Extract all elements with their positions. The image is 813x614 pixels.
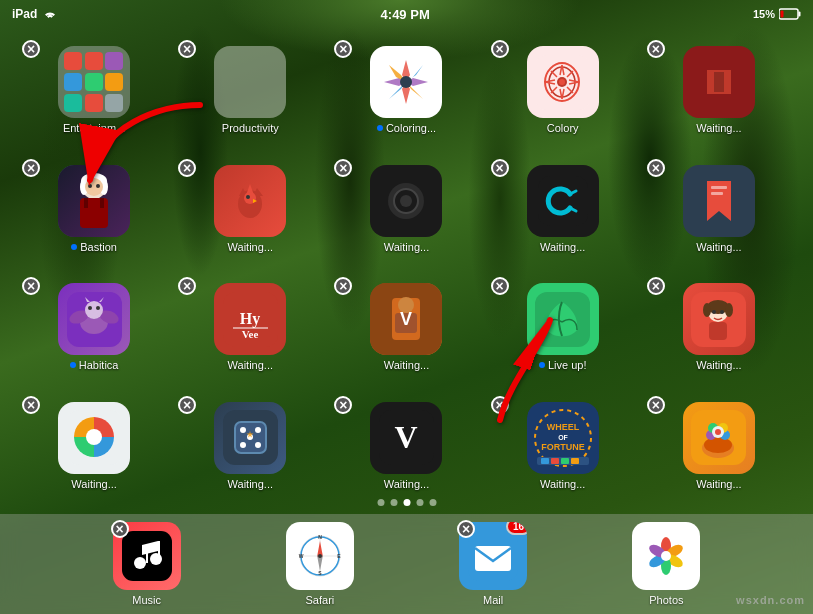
app-label-waiting3: Waiting... xyxy=(384,241,429,254)
dock-item-safari[interactable]: N S E W Safari xyxy=(286,522,354,606)
app-icon-diceellen xyxy=(214,402,286,474)
app-icon-waiting-nintendo xyxy=(683,283,755,355)
svg-text:V: V xyxy=(394,419,417,455)
page-dot-4 xyxy=(416,499,423,506)
dock-item-photos[interactable]: Photos xyxy=(632,522,700,606)
app-label-coloring: Coloring... xyxy=(377,122,436,134)
app-hyvee[interactable]: × Hy Vee Waiting... xyxy=(176,275,324,386)
page-dot-2 xyxy=(390,499,397,506)
dock-label-photos: Photos xyxy=(649,594,683,606)
app-icon-waiting2 xyxy=(214,165,286,237)
app-waiting-c[interactable]: × Waiting... xyxy=(489,157,637,268)
svg-rect-80 xyxy=(561,458,569,464)
app-label-waiting1: Waiting... xyxy=(696,122,741,135)
svg-rect-79 xyxy=(551,458,559,464)
carrier-text: iPad xyxy=(12,7,37,21)
delete-badge-entertainment[interactable]: × xyxy=(22,40,40,58)
dock-item-music[interactable]: × Music xyxy=(113,522,181,606)
status-bar: iPad 4:49 PM 15% xyxy=(0,0,813,28)
status-time: 4:49 PM xyxy=(381,7,430,22)
app-waiting3[interactable]: × Waiting... xyxy=(332,157,480,268)
svg-rect-112 xyxy=(475,546,511,571)
svg-point-4 xyxy=(400,76,412,88)
battery-icon xyxy=(779,8,801,20)
page-dot-3 xyxy=(403,499,410,506)
svg-point-106 xyxy=(318,554,322,558)
svg-point-15 xyxy=(96,184,100,188)
delete-badge-hyvee[interactable]: × xyxy=(178,277,196,295)
app-liveup[interactable]: × Live up! xyxy=(489,275,637,386)
delete-badge-coloring[interactable]: × xyxy=(334,40,352,58)
app-bastion[interactable]: × xyxy=(20,157,168,268)
app-icon-waiting5 xyxy=(683,165,755,237)
app-icon-vero: V xyxy=(370,402,442,474)
status-right: 15% xyxy=(753,8,801,20)
delete-badge-waiting-game[interactable]: × xyxy=(334,277,352,295)
app-wheelfortune[interactable]: × WHEEL OF FORTUNE Waiting... xyxy=(489,394,637,505)
app-entertainment[interactable]: × Entertainm... xyxy=(20,38,168,149)
app-waiting5[interactable]: × Waiting... xyxy=(645,157,793,268)
app-waiting-colorball[interactable]: × Waiting... xyxy=(20,394,168,505)
app-label-productivity: Productivity xyxy=(222,122,279,135)
app-icon-habitica xyxy=(58,283,130,355)
app-waiting-flower[interactable]: × Waiting... xyxy=(645,394,793,505)
page-dot-1 xyxy=(377,499,384,506)
app-coloring[interactable]: × Coloring... xyxy=(332,38,480,149)
app-waiting-game[interactable]: × V Waiting... xyxy=(332,275,480,386)
svg-rect-78 xyxy=(541,458,549,464)
app-habitica[interactable]: × Habitica xyxy=(20,275,168,386)
dock-item-mail[interactable]: × 16 Mail xyxy=(459,522,527,606)
svg-text:FORTUNE: FORTUNE xyxy=(541,442,585,452)
dock-icon-safari: N S E W xyxy=(286,522,354,590)
delete-badge-waiting-nintendo[interactable]: × xyxy=(647,277,665,295)
delete-badge-waiting-c[interactable]: × xyxy=(491,159,509,177)
app-waiting-nintendo[interactable]: × Waiting... xyxy=(645,275,793,386)
app-label-waiting-colorball: Waiting... xyxy=(71,478,116,491)
delete-badge-wheelfortune[interactable]: × xyxy=(491,396,509,414)
svg-rect-29 xyxy=(538,176,588,226)
delete-badge-waiting-colorball[interactable]: × xyxy=(22,396,40,414)
app-colory[interactable]: × Colory xyxy=(489,38,637,149)
svg-point-24 xyxy=(246,195,250,199)
svg-point-67 xyxy=(255,442,261,448)
app-productivity[interactable]: × Productivity xyxy=(176,38,324,149)
app-label-waiting-nintendo: Waiting... xyxy=(696,359,741,372)
svg-rect-97 xyxy=(146,545,148,563)
svg-text:Vee: Vee xyxy=(241,328,258,340)
app-icon-bastion xyxy=(58,165,130,237)
svg-point-14 xyxy=(88,184,92,188)
delete-badge-habitica[interactable]: × xyxy=(22,277,40,295)
app-icon-waiting-flower xyxy=(683,402,755,474)
app-label-habitica: Habitica xyxy=(70,359,119,371)
delete-badge-liveup[interactable]: × xyxy=(491,277,509,295)
delete-badge-waiting2[interactable]: × xyxy=(178,159,196,177)
svg-point-65 xyxy=(255,427,261,433)
dock: × Music xyxy=(0,514,813,614)
delete-badge-vero[interactable]: × xyxy=(334,396,352,414)
delete-badge-waiting1[interactable]: × xyxy=(647,40,665,58)
delete-badge-productivity[interactable]: × xyxy=(178,40,196,58)
app-label-entertainment: Entertainm... xyxy=(63,122,125,135)
delete-badge-waiting-flower[interactable]: × xyxy=(647,396,665,414)
wifi-icon xyxy=(43,9,57,19)
svg-rect-31 xyxy=(711,192,723,195)
app-diceellen[interactable]: × Waiting... xyxy=(176,394,324,505)
app-icon-waiting3 xyxy=(370,165,442,237)
app-label-waiting-c: Waiting... xyxy=(540,241,585,254)
app-label-waiting-flower: Waiting... xyxy=(696,478,741,491)
app-vero[interactable]: × V Waiting... xyxy=(332,394,480,505)
delete-badge-waiting3[interactable]: × xyxy=(334,159,352,177)
app-icon-waiting-c xyxy=(527,165,599,237)
app-label-wheelfortune: Waiting... xyxy=(540,478,585,491)
app-label-waiting5: Waiting... xyxy=(696,241,741,254)
app-waiting1[interactable]: × Waiting... xyxy=(645,38,793,149)
delete-badge-bastion[interactable]: × xyxy=(22,159,40,177)
dock-delete-music[interactable]: × xyxy=(111,520,129,538)
svg-rect-17 xyxy=(84,198,88,208)
delete-badge-waiting5[interactable]: × xyxy=(647,159,665,177)
delete-badge-colory[interactable]: × xyxy=(491,40,509,58)
app-waiting2[interactable]: × Waiting... xyxy=(176,157,324,268)
dock-delete-mail[interactable]: × xyxy=(457,520,475,538)
delete-badge-diceellen[interactable]: × xyxy=(178,396,196,414)
home-screen: × Entertainm... × Productivity × xyxy=(0,28,813,514)
